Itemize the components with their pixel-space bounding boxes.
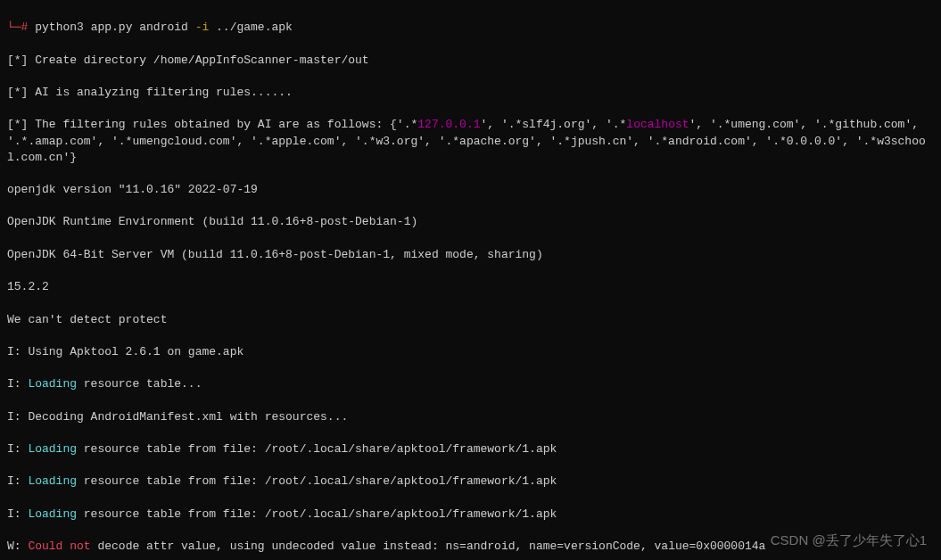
loading-word: Loading	[28, 442, 77, 456]
output-line: OpenJDK 64-Bit Server VM (build 11.0.16+…	[7, 247, 934, 263]
loading-line: I: Loading resource table from file: /ro…	[7, 506, 934, 523]
cmd-arg: ../game.apk	[209, 21, 293, 34]
highlight-localhost: localhost	[626, 118, 689, 131]
output-line: I: Decoding AndroidManifest.xml with res…	[7, 409, 934, 425]
prompt-symbol: └─#	[7, 21, 28, 34]
loading-word: Loading	[28, 377, 77, 391]
loading-word: Loading	[28, 507, 77, 521]
output-line: 15.2.2	[7, 279, 934, 295]
output-line: [*] Create directory /home/AppInfoScanne…	[7, 53, 934, 69]
output-line: [*] The filtering rules obtained by AI a…	[7, 117, 934, 166]
warning-line: W: Could not decode attr value, using un…	[7, 539, 934, 555]
command-line: └─# python3 app.py android -i ../game.ap…	[7, 20, 934, 36]
cmd-flag: -i	[195, 21, 210, 34]
output-line: [*] AI is analyzing filtering rules.....…	[7, 85, 934, 101]
loading-line: I: Loading resource table from file: /ro…	[7, 441, 934, 457]
output-line: We can't detect protect	[7, 312, 934, 328]
loading-line: I: Loading resource table from file: /ro…	[7, 474, 934, 490]
could-not-word: Could not	[28, 539, 90, 553]
output-line: openjdk version "11.0.16" 2022-07-19	[7, 182, 934, 198]
highlight-ip: 127.0.0.1	[417, 118, 480, 131]
cmd-text: python3 app.py android	[28, 21, 194, 34]
output-line: OpenJDK Runtime Environment (build 11.0.…	[7, 214, 934, 230]
loading-line: I: Loading resource table...	[7, 376, 934, 392]
loading-word: Loading	[28, 474, 77, 488]
terminal-output: └─# python3 app.py android -i ../game.ap…	[7, 4, 934, 560]
output-line: I: Using Apktool 2.6.1 on game.apk	[7, 344, 934, 360]
